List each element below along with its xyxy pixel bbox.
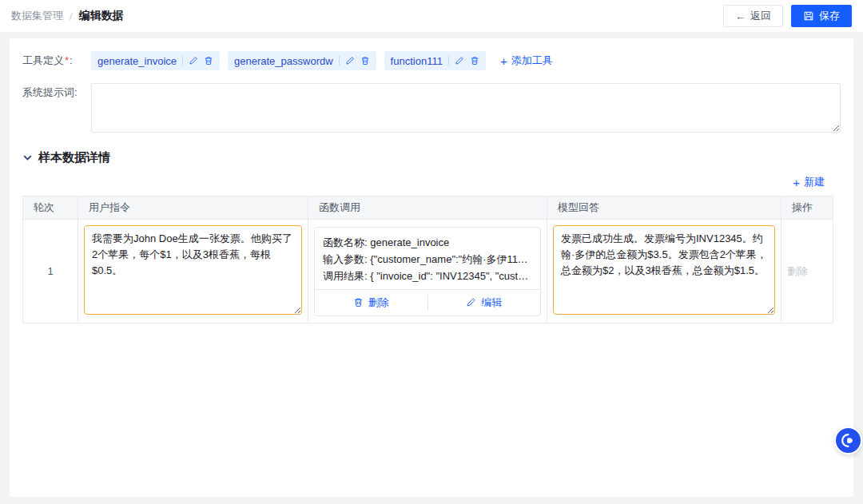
function-params-line: 输入参数: {"customer_name":"约翰·多伊111222","i.…: [323, 251, 532, 268]
function-edit-button[interactable]: 编辑: [428, 290, 541, 315]
sample-section-header[interactable]: 样本数据详情: [22, 150, 841, 165]
topbar-actions: ← 返回 保存: [723, 5, 852, 27]
pencil-icon: [466, 297, 476, 308]
function-delete-label: 删除: [368, 296, 389, 310]
function-result-line: 调用结果: { "invoice_id": "INV12345", "custo…: [323, 268, 532, 284]
tool-tag-generate-invoice: generate_invoice: [91, 51, 220, 70]
function-call-lines: 函数名称: generate_invoice 输入参数: {"customer_…: [315, 228, 540, 289]
tools-label: 工具定义*:: [22, 51, 83, 70]
new-button-label: 新建: [804, 175, 825, 189]
round-cell: 1: [23, 220, 78, 323]
add-tool-label: 添加工具: [511, 54, 553, 68]
tag-divider: [182, 56, 183, 65]
new-button[interactable]: + 新建: [793, 175, 825, 189]
system-prompt-label: 系统提示词:: [22, 83, 83, 102]
tool-tag-function111: function111: [384, 51, 486, 70]
function-call-card: 函数名称: generate_invoice 输入参数: {"customer_…: [314, 227, 541, 316]
header-action: 操作: [781, 196, 833, 220]
table-row: 1 我需要为John Doe生成一张发票。他购买了2个苹果，每个$1，以及3根香…: [23, 220, 833, 323]
delete-icon[interactable]: [360, 56, 370, 65]
tools-list: generate_invoice generate_passwordw: [91, 51, 553, 70]
breadcrumb: 数据集管理 / 编辑数据: [11, 9, 124, 23]
tool-name: generate_passwordw: [234, 55, 333, 67]
section-title: 样本数据详情: [38, 150, 110, 165]
user-instruction-cell: 我需要为John Doe生成一张发票。他购买了2个苹果，每个$1，以及3根香蕉，…: [78, 220, 308, 323]
tag-divider: [448, 56, 449, 65]
content-card: 工具定义*: generate_invoice generate_passwor…: [10, 38, 853, 497]
function-call-cell: 函数名称: generate_invoice 输入参数: {"customer_…: [308, 220, 547, 323]
function-delete-button[interactable]: 删除: [315, 290, 428, 315]
table-header-row: 轮次 用户指令 函数调用 模型回答 操作: [23, 196, 833, 220]
arrow-left-icon: ←: [735, 10, 746, 22]
system-prompt-row: 系统提示词:: [22, 83, 841, 133]
tool-name: function111: [391, 55, 443, 67]
tools-row: 工具定义*: generate_invoice generate_passwor…: [22, 51, 841, 70]
model-answer-input[interactable]: 发票已成功生成。发票编号为INV12345。约翰·多伊的总金额为$3.5。发票包…: [553, 225, 775, 315]
tool-tag-generate-passwordw: generate_passwordw: [228, 51, 376, 70]
sample-data-table: 轮次 用户指令 函数调用 模型回答 操作 1 我需要为John Doe生成一张发…: [22, 196, 833, 323]
edit-icon[interactable]: [345, 56, 355, 65]
tool-name: generate_invoice: [97, 55, 177, 67]
action-cell: 删除: [781, 220, 833, 323]
save-button-label: 保存: [819, 9, 840, 23]
delete-icon[interactable]: [470, 56, 479, 65]
edit-icon[interactable]: [455, 56, 464, 65]
customer-service-icon: [840, 432, 857, 449]
function-name-line: 函数名称: generate_invoice: [323, 234, 532, 251]
edit-icon[interactable]: [189, 56, 198, 65]
function-edit-label: 编辑: [481, 296, 502, 310]
breadcrumb-edit-data: 编辑数据: [79, 9, 124, 23]
header-round: 轮次: [23, 196, 78, 220]
breadcrumb-dataset-management[interactable]: 数据集管理: [11, 9, 63, 23]
required-mark: *: [65, 54, 69, 66]
save-button[interactable]: 保存: [791, 5, 852, 27]
model-answer-cell: 发票已成功生成。发票编号为INV12345。约翰·多伊的总金额为$3.5。发票包…: [547, 220, 781, 323]
chevron-down-icon: [22, 153, 33, 163]
topbar: 数据集管理 / 编辑数据 ← 返回 保存: [0, 0, 863, 32]
add-tool-button[interactable]: + 添加工具: [500, 54, 553, 68]
back-button[interactable]: ← 返回: [723, 5, 783, 27]
breadcrumb-separator: /: [70, 10, 73, 22]
trash-icon: [353, 297, 364, 308]
header-function-call: 函数调用: [308, 196, 547, 220]
system-prompt-input[interactable]: [91, 83, 841, 133]
plus-icon: +: [500, 55, 507, 67]
function-call-footer: 删除 编辑: [315, 289, 540, 315]
plus-icon: +: [793, 177, 800, 189]
delete-icon[interactable]: [204, 56, 213, 65]
header-user-instruction: 用户指令: [78, 196, 308, 220]
new-row: + 新建: [22, 175, 825, 189]
user-instruction-input[interactable]: 我需要为John Doe生成一张发票。他购买了2个苹果，每个$1，以及3根香蕉，…: [84, 225, 302, 315]
header-model-answer: 模型回答: [547, 196, 781, 220]
save-icon: [803, 10, 814, 22]
row-delete-button[interactable]: 删除: [787, 265, 808, 277]
tag-divider: [339, 56, 340, 65]
customer-service-button[interactable]: [834, 427, 862, 454]
back-button-label: 返回: [750, 9, 771, 23]
